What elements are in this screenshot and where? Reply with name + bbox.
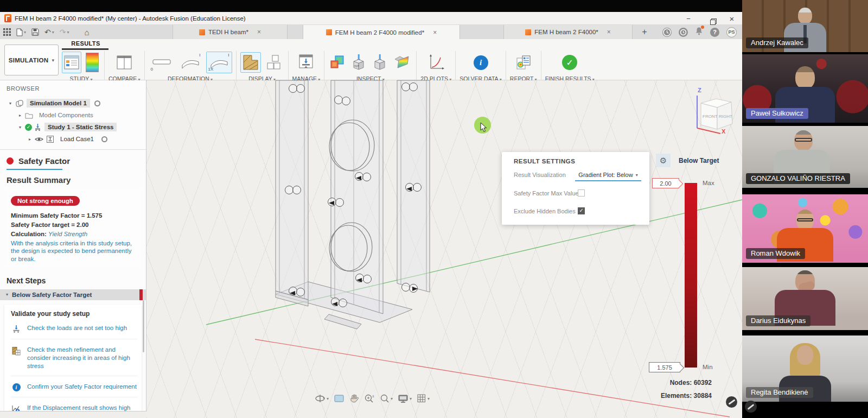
display-settings-icon[interactable]: [398, 394, 412, 403]
chevron-right-icon[interactable]: [17, 113, 23, 118]
save-icon[interactable]: [31, 28, 39, 36]
tree-item-label: Load Case1: [57, 135, 97, 143]
participant-tile[interactable]: GONZALO VALIÑO RIESTRA: [742, 126, 868, 188]
view-cube[interactable]: FRONT RIGHT Z X: [685, 83, 739, 137]
next-step-item-confirm[interactable]: Confirm your Safety Factor requirement: [11, 383, 137, 397]
legend-max-callout[interactable]: 2.00: [652, 178, 679, 188]
exclude-hidden-label: Exclude Hidden Bodies: [514, 208, 576, 214]
display-mesh-icon[interactable]: [240, 52, 261, 73]
below-target-collapsible[interactable]: Below Safety Factor Target: [0, 289, 146, 300]
deformation-zero-badge: 0: [151, 67, 153, 72]
undo-icon[interactable]: [44, 28, 54, 36]
inspect-probe-icon[interactable]: [371, 53, 389, 73]
participant-name: Regita Bendikienė: [746, 387, 813, 398]
workspace-selector[interactable]: SIMULATION: [4, 45, 59, 75]
grid-snaps-icon[interactable]: [417, 394, 430, 403]
notifications-bell-icon[interactable]: [695, 27, 703, 37]
validate-study-card: Validate your study setup Check the load…: [4, 305, 142, 411]
video-call-sidebar: Andrzej Kawalec Paweł Sułkowicz GONZALO …: [742, 0, 868, 418]
tab-label: FEM H beam 2 F4000 modified*: [335, 29, 424, 36]
next-step-item-loads[interactable]: Check the loads are not set too high: [11, 324, 137, 339]
home-icon[interactable]: [85, 28, 90, 37]
deformation-actual-icon[interactable]: [177, 52, 203, 73]
participant-tile[interactable]: Roman Wdowik: [742, 194, 868, 263]
study-settings-icon[interactable]: [62, 52, 81, 73]
panel-scrollbar[interactable]: [143, 300, 144, 352]
nonlinear-study-icon: [11, 404, 22, 411]
inspect-slice-plane-icon[interactable]: [392, 53, 412, 72]
tree-item-simulation-model[interactable]: Simulation Model 1: [0, 97, 146, 109]
compare-icon[interactable]: [113, 52, 135, 73]
next-step-item-mesh[interactable]: Check the mesh refinement and consider i…: [11, 346, 137, 376]
close-icon[interactable]: [433, 29, 437, 36]
pan-hand-icon[interactable]: [349, 394, 359, 403]
tree-item-model-components[interactable]: Model Components: [0, 109, 146, 121]
app-grid-icon[interactable]: [3, 28, 11, 36]
tab-fem-h-beam-2-f4000-modified[interactable]: FEM H beam 2 F4000 modified*: [303, 25, 460, 40]
next-step-text: If the Displacement result shows high di…: [27, 404, 137, 411]
exclude-hidden-checkbox[interactable]: [578, 207, 585, 214]
tree-item-load-case[interactable]: Load Case1: [0, 133, 146, 145]
close-icon[interactable]: [257, 28, 261, 36]
chevron-down-icon[interactable]: [8, 101, 13, 106]
inspect-point-xyz-icon[interactable]: xyz: [349, 53, 368, 73]
2d-plots-icon[interactable]: [425, 52, 447, 73]
legend-settings-gear-icon[interactable]: [656, 154, 671, 167]
new-tab-button[interactable]: [639, 27, 650, 37]
job-status-icon[interactable]: [679, 28, 688, 37]
deformation-scaled-icon[interactable]: 1X: [206, 52, 232, 73]
display-bodies-icon[interactable]: [264, 52, 284, 73]
help-icon[interactable]: [710, 28, 719, 37]
close-icon[interactable]: [607, 28, 611, 36]
study-results-legend-icon[interactable]: [84, 51, 100, 74]
tab-label: TEDI H beam*: [208, 29, 248, 35]
legend-min-callout[interactable]: 1.575: [649, 362, 680, 372]
visualization-dropdown[interactable]: Gradient Plot: Below: [575, 169, 641, 181]
zoom-icon[interactable]: ±: [364, 394, 375, 403]
meeting-badge-icon[interactable]: [745, 401, 757, 413]
close-button[interactable]: [728, 14, 736, 23]
visibility-ring-icon[interactable]: [101, 136, 107, 142]
visibility-ring-icon[interactable]: [94, 100, 100, 106]
mouse-cursor: [480, 122, 488, 133]
chevron-down-icon[interactable]: [17, 125, 23, 130]
svg-text:±: ±: [372, 394, 374, 398]
visualization-value: Gradient Plot: Below: [578, 172, 633, 178]
ribbon-toolbar: SIMULATION RESULTS STUDY: [0, 39, 742, 80]
report-icon[interactable]: [514, 53, 533, 72]
solver-data-icon[interactable]: [472, 54, 490, 72]
elements-count: Elements: 30884: [608, 392, 712, 400]
participant-tile[interactable]: Paweł Sułkowicz: [742, 54, 868, 123]
manage-icon[interactable]: [296, 52, 316, 73]
extensions-icon[interactable]: [662, 28, 672, 37]
look-at-icon[interactable]: [334, 394, 344, 403]
orbit-icon[interactable]: [315, 394, 329, 403]
view-navigation-bar: ±: [315, 394, 430, 403]
file-menu-icon[interactable]: [16, 28, 26, 36]
svg-text:xyz: xyz: [354, 64, 359, 67]
chevron-right-icon[interactable]: [27, 137, 33, 142]
user-avatar[interactable]: PS: [726, 27, 737, 37]
ribbon-group-deformation: 0 1X DEFORMATION: [149, 51, 232, 82]
info-icon: [11, 383, 22, 391]
result-summary-heading: Result Summary: [7, 175, 146, 185]
tab-tedi-h-beam[interactable]: TEDI H beam*: [173, 25, 288, 39]
finish-results-icon[interactable]: [560, 53, 579, 72]
eye-visibility-icon[interactable]: [35, 136, 43, 142]
next-step-item-nonlinear[interactable]: If the Displacement result shows high di…: [11, 404, 137, 411]
fusion-app-icon: [4, 14, 11, 22]
viewport-badge-icon[interactable]: [726, 396, 737, 408]
deformation-undeformed-icon[interactable]: 0: [149, 52, 175, 73]
max-value-checkbox[interactable]: [578, 189, 585, 197]
participant-tile[interactable]: Andrzej Kawalec: [742, 0, 868, 52]
participant-tile[interactable]: Darius Eidukynas: [742, 267, 868, 330]
inspect-result-compare-icon[interactable]: [328, 53, 347, 72]
minimize-button[interactable]: [685, 15, 692, 23]
result-type-title[interactable]: Safety Factor: [18, 156, 70, 166]
tab-fem-h-beam-2-f4000[interactable]: FEM H beam 2 F4000*: [503, 25, 633, 39]
tree-item-study-static-stress[interactable]: Study 1 - Static Stress: [0, 121, 146, 133]
participant-tile[interactable]: Regita Bendikienė: [742, 335, 868, 402]
fit-icon[interactable]: [380, 394, 393, 403]
legend-title: Below Target: [679, 157, 719, 164]
ribbon-tab-results[interactable]: RESULTS: [64, 40, 107, 47]
